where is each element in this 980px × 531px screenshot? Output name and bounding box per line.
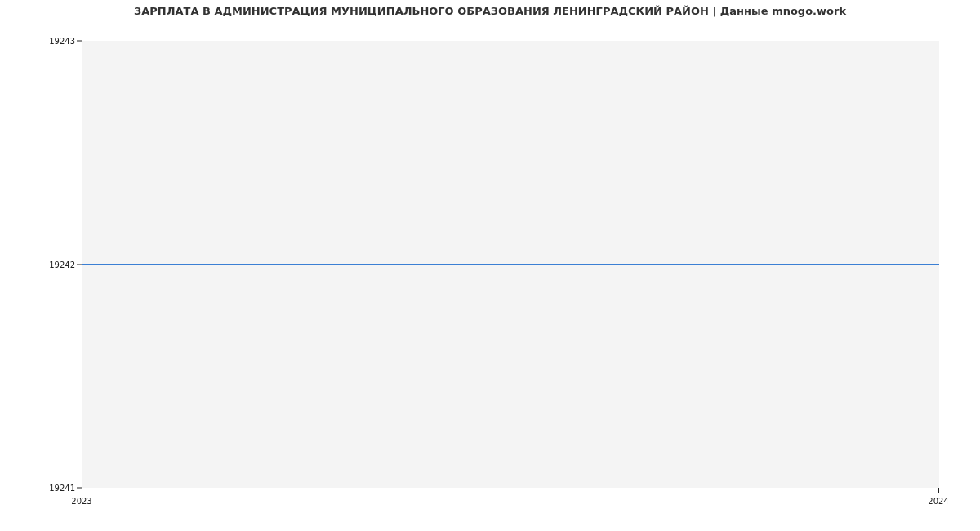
chart-container: ЗАРПЛАТА В АДМИНИСТРАЦИЯ МУНИЦИПАЛЬНОГО … <box>0 0 980 531</box>
chart-title: ЗАРПЛАТА В АДМИНИСТРАЦИЯ МУНИЦИПАЛЬНОГО … <box>0 5 980 17</box>
x-tick <box>938 488 939 493</box>
y-tick-label: 19243 <box>49 37 75 46</box>
x-tick-label: 2023 <box>71 497 91 506</box>
x-tick <box>82 488 82 493</box>
y-tick-label: 19242 <box>49 260 75 269</box>
plot-area <box>82 41 939 488</box>
data-line <box>82 264 939 266</box>
y-tick-label: 19241 <box>49 484 75 493</box>
x-tick-label: 2024 <box>928 497 948 506</box>
